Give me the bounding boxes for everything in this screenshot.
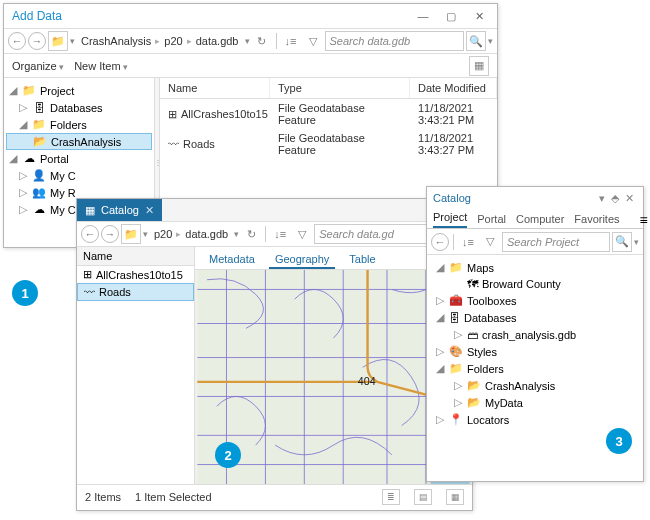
tab-favorites[interactable]: Favorites — [574, 213, 619, 228]
search-input[interactable]: Search Project — [502, 232, 610, 252]
breadcrumb-part[interactable]: data.gdb — [185, 228, 228, 240]
tree-node-gdb[interactable]: ▷🗃crash_analysis.gdb — [431, 326, 639, 343]
feature-icon: ⊞ — [83, 268, 92, 281]
view-tiles-button[interactable]: ▦ — [446, 489, 464, 505]
maximize-button[interactable]: ▢ — [437, 6, 465, 26]
callout-badge-2: 2 — [215, 442, 241, 468]
organize-menu[interactable]: Organize — [12, 60, 64, 72]
filter-button[interactable]: ▽ — [480, 232, 500, 252]
tab-geography[interactable]: Geography — [269, 251, 335, 269]
tree-node-databases[interactable]: ▷🗄Databases — [6, 99, 152, 116]
close-button[interactable]: ✕ — [465, 6, 493, 26]
back-button[interactable]: ← — [81, 225, 99, 243]
new-item-menu[interactable]: New Item — [74, 60, 128, 72]
list-item[interactable]: 〰Roads — [77, 283, 194, 301]
minimize-button[interactable]: — — [409, 6, 437, 26]
pane-toolbar: ← ↓≡ ▽ Search Project 🔍 ▾ — [427, 229, 643, 255]
window-controls: — ▢ ✕ — [409, 6, 493, 26]
tab-portal[interactable]: Portal — [477, 213, 506, 228]
locator-icon: 📍 — [449, 413, 463, 426]
col-date[interactable]: Date Modified — [410, 78, 497, 98]
breadcrumb-part[interactable]: p20 — [164, 35, 182, 47]
search-go-button[interactable]: 🔍 — [466, 31, 486, 51]
folder-link-icon: 📂 — [33, 135, 47, 148]
tab-project[interactable]: Project — [433, 211, 467, 228]
list-body: ⊞AllCrashes10to15 File Geodatabase Featu… — [160, 99, 497, 159]
table-row[interactable]: ⊞AllCrashes10to15 File Geodatabase Featu… — [160, 99, 497, 129]
view-list-button[interactable]: ≣ — [382, 489, 400, 505]
tree-node-locators[interactable]: ▷📍Locators — [431, 411, 639, 428]
refresh-button[interactable]: ↻ — [252, 31, 272, 51]
menu-button[interactable] — [640, 212, 648, 228]
back-button[interactable]: ← — [8, 32, 26, 50]
tree-node-folders[interactable]: ◢📁Folders — [6, 116, 152, 133]
tree-node-maps[interactable]: ◢📁Maps — [431, 259, 639, 276]
callout-badge-1: 1 — [12, 280, 38, 306]
tab-table[interactable]: Table — [343, 251, 381, 269]
callout-badge-3: 3 — [606, 428, 632, 454]
tree-node-portal[interactable]: ◢☁Portal — [6, 150, 152, 167]
tree-node-folders[interactable]: ◢📁Folders — [431, 360, 639, 377]
breadcrumb-part[interactable]: data.gdb — [196, 35, 239, 47]
feature-icon: ⊞ — [168, 108, 177, 121]
breadcrumb-part[interactable]: CrashAnalysis — [81, 35, 151, 47]
project-tree[interactable]: ◢📁Maps 🗺Broward County ▷🧰Toolboxes ◢🗄Dat… — [427, 255, 643, 432]
status-bar: 2 Items 1 Item Selected ≣ ▤ ▦ — [77, 484, 472, 508]
dropdown-button[interactable]: ▾ — [596, 192, 608, 205]
close-pane-button[interactable]: ✕ — [622, 192, 637, 205]
refresh-button[interactable]: ↻ — [241, 224, 261, 244]
catalog-icon: ▦ — [85, 204, 95, 217]
table-row[interactable]: 〰Roads File Geodatabase Feature 11/18/20… — [160, 129, 497, 159]
col-type[interactable]: Type — [270, 78, 410, 98]
folder-link-icon: 📂 — [467, 396, 481, 409]
folder-icon: 📁 — [449, 362, 463, 375]
tree-node-broward[interactable]: 🗺Broward County — [431, 276, 639, 292]
tab-metadata[interactable]: Metadata — [203, 251, 261, 269]
up-button[interactable]: 📁 — [48, 31, 68, 51]
organize-bar: Organize New Item ▦ — [4, 54, 497, 78]
pane-titlebar: Catalog ▾ ⬘ ✕ — [427, 187, 643, 209]
tree-node-mydata[interactable]: ▷📂MyData — [431, 394, 639, 411]
breadcrumb-part[interactable]: p20 — [154, 228, 172, 240]
catalog-view: ▦ Catalog ✕ ← → 📁 ▾ p20▸ data.gdb ▾ ↻ ↓≡… — [76, 198, 473, 511]
gdb-icon: 🗃 — [467, 329, 478, 341]
catalog-toolbar: ← → 📁 ▾ p20▸ data.gdb ▾ ↻ ↓≡ ▽ Search da… — [77, 221, 472, 247]
search-input[interactable]: Search data.gdb — [325, 31, 465, 51]
list-item[interactable]: ⊞AllCrashes10to15 — [77, 266, 194, 283]
catalog-tab[interactable]: ▦ Catalog ✕ — [77, 199, 162, 221]
pin-button[interactable]: ⬘ — [608, 192, 622, 205]
tree-node-styles[interactable]: ▷🎨Styles — [431, 343, 639, 360]
sort-button[interactable]: ↓≡ — [458, 232, 478, 252]
search-go-button[interactable]: 🔍 — [612, 232, 632, 252]
view-columns-button[interactable]: ▤ — [414, 489, 432, 505]
col-name[interactable]: Name — [160, 78, 270, 98]
breadcrumb[interactable]: CrashAnalysis▸ p20▸ data.gdb — [77, 35, 243, 47]
tree-node-databases[interactable]: ◢🗄Databases — [431, 309, 639, 326]
sort-button[interactable]: ↓≡ — [281, 31, 301, 51]
back-button[interactable]: ← — [431, 233, 449, 251]
view-tiles-button[interactable]: ▦ — [469, 56, 489, 76]
filter-button[interactable]: ▽ — [292, 224, 312, 244]
tree-node-crashanalysis[interactable]: 📂CrashAnalysis — [6, 133, 152, 150]
tree-node-project[interactable]: ◢📁Project — [6, 82, 152, 99]
tree-node-myc[interactable]: ▷👤My C — [6, 167, 152, 184]
sort-button[interactable]: ↓≡ — [270, 224, 290, 244]
up-button[interactable]: 📁 — [121, 224, 141, 244]
tree-node-toolboxes[interactable]: ▷🧰Toolboxes — [431, 292, 639, 309]
status-count: 2 Items — [85, 491, 121, 503]
route-label: 404 — [358, 375, 376, 387]
tree-node-crashanalysis[interactable]: ▷📂CrashAnalysis — [431, 377, 639, 394]
close-tab-button[interactable]: ✕ — [145, 204, 154, 217]
col-name[interactable]: Name — [77, 247, 194, 266]
maps-icon: 📁 — [449, 261, 463, 274]
forward-button[interactable]: → — [101, 225, 119, 243]
list-header[interactable]: Name Type Date Modified — [160, 78, 497, 99]
tab-computer[interactable]: Computer — [516, 213, 564, 228]
breadcrumb[interactable]: p20▸ data.gdb — [150, 228, 232, 240]
cloud-icon: ☁ — [22, 152, 36, 165]
status-selected: 1 Item Selected — [135, 491, 211, 503]
filter-button[interactable]: ▽ — [303, 31, 323, 51]
folder-link-icon: 📂 — [467, 379, 481, 392]
window-title: Add Data — [8, 9, 409, 23]
forward-button[interactable]: → — [28, 32, 46, 50]
